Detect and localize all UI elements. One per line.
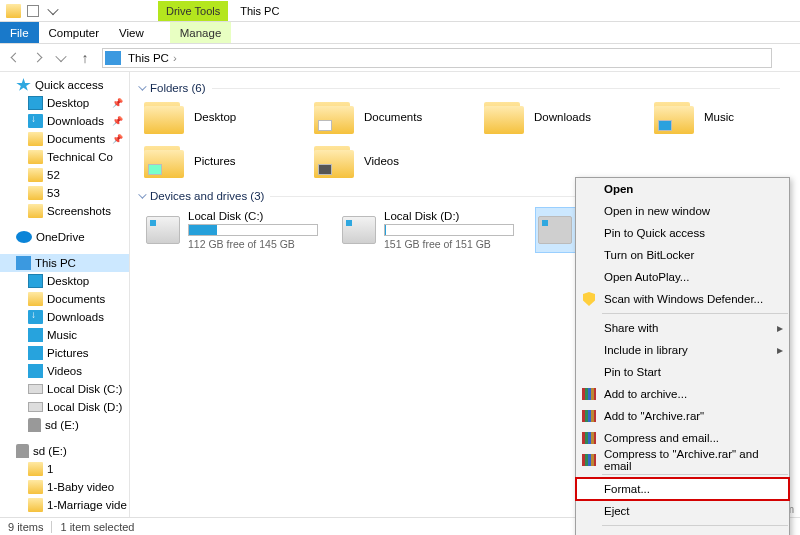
folder-icon xyxy=(28,480,43,494)
ctx-label: Add to archive... xyxy=(604,388,687,400)
folder-icon xyxy=(28,150,43,164)
folder-desktop[interactable]: Desktop xyxy=(144,100,314,134)
star-icon xyxy=(16,78,31,92)
ctx-defender[interactable]: Scan with Windows Defender... xyxy=(576,288,789,310)
onedrive-icon xyxy=(16,231,32,243)
nav-history-dropdown[interactable] xyxy=(50,47,72,69)
capacity-bar xyxy=(188,224,318,236)
ctx-include-library[interactable]: Include in library▸ xyxy=(576,339,789,361)
sidebar-pictures[interactable]: Pictures xyxy=(0,344,129,362)
sidebar-label: This PC xyxy=(35,257,76,269)
ctx-label: Compress to "Archive.rar" and email xyxy=(604,448,783,472)
sidebar-disk-d[interactable]: Local Disk (D:) xyxy=(0,398,129,416)
sidebar-desktop[interactable]: Desktop📌 xyxy=(0,94,129,112)
folder-icon xyxy=(144,144,184,178)
folder-pictures[interactable]: Pictures xyxy=(144,144,314,178)
breadcrumb-separator-icon[interactable]: › xyxy=(173,52,177,64)
sidebar-screenshots[interactable]: Screenshots xyxy=(0,202,129,220)
sidebar-disk-c[interactable]: Local Disk (C:) xyxy=(0,380,129,398)
sidebar-label: Documents xyxy=(47,293,105,305)
pin-icon: 📌 xyxy=(112,134,123,144)
group-label: Folders (6) xyxy=(150,82,206,94)
group-divider xyxy=(212,88,780,89)
sidebar-videos[interactable]: Videos xyxy=(0,362,129,380)
sidebar-52[interactable]: 52 xyxy=(0,166,129,184)
ctx-autoplay[interactable]: Open AutoPlay... xyxy=(576,266,789,288)
sidebar-documents[interactable]: Documents📌 xyxy=(0,130,129,148)
drive-name: Local Disk (D:) xyxy=(384,210,514,222)
ctx-label: Format... xyxy=(604,483,650,495)
sidebar-music[interactable]: Music xyxy=(0,326,129,344)
ctx-label: Add to "Archive.rar" xyxy=(604,410,704,422)
ctx-compress-rar[interactable]: Compress to "Archive.rar" and email xyxy=(576,449,789,471)
sidebar-sd-e[interactable]: sd (E:) xyxy=(0,416,129,434)
group-label: Devices and drives (3) xyxy=(150,190,264,202)
drive-d[interactable]: Local Disk (D:) 151 GB free of 151 GB xyxy=(340,208,530,252)
ctx-format[interactable]: Format... xyxy=(576,478,789,500)
sidebar-quick-access[interactable]: Quick access xyxy=(0,76,129,94)
ctx-open[interactable]: Open xyxy=(576,178,789,200)
group-folders-header[interactable]: Folders (6) xyxy=(138,82,800,94)
quick-access-toolbar xyxy=(0,2,68,20)
ctx-share-with[interactable]: Share with▸ xyxy=(576,317,789,339)
sidebar-label: Screenshots xyxy=(47,205,111,217)
ctx-label: Include in library xyxy=(604,344,688,356)
ctx-pin-start[interactable]: Pin to Start xyxy=(576,361,789,383)
ctx-compress[interactable]: Compress and email... xyxy=(576,427,789,449)
ctx-cut[interactable]: Cut xyxy=(576,529,789,535)
ctx-eject[interactable]: Eject xyxy=(576,500,789,522)
drive-c[interactable]: Local Disk (C:) 112 GB free of 145 GB xyxy=(144,208,334,252)
status-selected: 1 item selected xyxy=(60,521,134,533)
sidebar-53[interactable]: 53 xyxy=(0,184,129,202)
folder-icon xyxy=(28,132,43,146)
app-icon[interactable] xyxy=(4,2,22,20)
sidebar-label: Quick access xyxy=(35,79,103,91)
breadcrumb-this-pc[interactable]: This PC xyxy=(125,52,172,64)
sidebar-label: OneDrive xyxy=(36,231,85,243)
folder-icon xyxy=(28,292,43,306)
sidebar-documents-2[interactable]: Documents xyxy=(0,290,129,308)
ctx-bitlocker[interactable]: Turn on BitLocker xyxy=(576,244,789,266)
sidebar-onedrive[interactable]: OneDrive xyxy=(0,228,129,246)
sidebar-label: 1-Baby video xyxy=(47,481,114,493)
ctx-add-rar[interactable]: Add to "Archive.rar" xyxy=(576,405,789,427)
folder-documents[interactable]: Documents xyxy=(314,100,484,134)
sidebar-label: 53 xyxy=(47,187,60,199)
tab-view[interactable]: View xyxy=(109,22,154,43)
sidebar-downloads-2[interactable]: Downloads xyxy=(0,308,129,326)
folder-music[interactable]: Music xyxy=(654,100,800,134)
folder-label: Videos xyxy=(364,155,399,167)
tab-file[interactable]: File xyxy=(0,22,39,43)
tab-manage[interactable]: Manage xyxy=(170,22,232,43)
videos-icon xyxy=(28,364,43,378)
sidebar-technical[interactable]: Technical Co xyxy=(0,148,129,166)
ctx-add-archive[interactable]: Add to archive... xyxy=(576,383,789,405)
nav-up-button[interactable]: ↑ xyxy=(74,47,96,69)
address-bar-row: ↑ This PC › xyxy=(0,44,800,72)
sidebar-label: Music xyxy=(47,329,77,341)
qat-properties-icon[interactable] xyxy=(24,2,42,20)
sidebar-desktop-2[interactable]: Desktop xyxy=(0,272,129,290)
folder-label: Desktop xyxy=(194,111,236,123)
folder-videos[interactable]: Videos xyxy=(314,144,484,178)
sidebar-label: 1-Marriage vide xyxy=(47,499,127,511)
title-bar: Drive Tools This PC xyxy=(0,0,800,22)
ctx-label: Eject xyxy=(604,505,630,517)
tab-computer[interactable]: Computer xyxy=(39,22,110,43)
nav-back-button[interactable] xyxy=(4,47,26,69)
sidebar-this-pc[interactable]: This PC xyxy=(0,254,129,272)
sidebar-label: Downloads xyxy=(47,115,104,127)
sidebar-baby[interactable]: 1-Baby video xyxy=(0,478,129,496)
sidebar-sd-e-root[interactable]: sd (E:) xyxy=(0,442,129,460)
folder-downloads[interactable]: Downloads xyxy=(484,100,654,134)
submenu-arrow-icon: ▸ xyxy=(777,343,783,357)
qat-dropdown-icon[interactable] xyxy=(44,2,62,20)
ctx-open-new-window[interactable]: Open in new window xyxy=(576,200,789,222)
sidebar-marriage[interactable]: 1-Marriage vide xyxy=(0,496,129,514)
address-bar[interactable]: This PC › xyxy=(102,48,772,68)
sidebar-1[interactable]: 1 xyxy=(0,460,129,478)
sd-drive-icon xyxy=(538,216,572,244)
nav-forward-button[interactable] xyxy=(26,47,48,69)
sidebar-downloads[interactable]: Downloads📌 xyxy=(0,112,129,130)
ctx-pin-quick-access[interactable]: Pin to Quick access xyxy=(576,222,789,244)
